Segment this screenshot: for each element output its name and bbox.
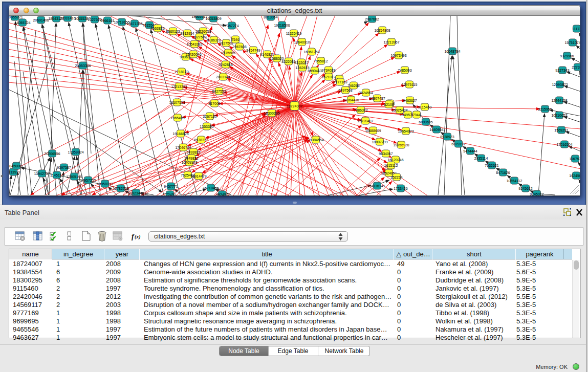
- svg-text:9474444: 9474444: [463, 149, 477, 153]
- svg-text:9827508: 9827508: [219, 41, 233, 45]
- svg-text:1621072: 1621072: [321, 75, 335, 79]
- svg-text:16671355: 16671355: [126, 22, 142, 26]
- svg-text:22420046: 22420046: [185, 53, 201, 56]
- svg-text:1640954: 1640954: [429, 128, 443, 132]
- svg-text:12213967: 12213967: [383, 40, 399, 44]
- svg-text:20055721: 20055721: [9, 16, 23, 19]
- svg-text:9463627: 9463627: [403, 99, 417, 102]
- svg-text:8322031: 8322031: [281, 60, 295, 63]
- svg-text:3267130: 3267130: [203, 115, 216, 118]
- svg-text:8990443: 8990443: [308, 69, 321, 73]
- svg-text:6899695: 6899695: [419, 120, 432, 124]
- svg-text:15751074: 15751074: [564, 41, 580, 45]
- svg-text:16120746: 16120746: [387, 158, 403, 162]
- svg-text:2718170: 2718170: [175, 70, 188, 74]
- svg-text:17046746: 17046746: [175, 146, 191, 149]
- svg-text:6966161: 6966161: [100, 19, 114, 23]
- svg-text:16107553: 16107553: [169, 101, 185, 104]
- svg-text:14136141: 14136141: [369, 184, 385, 188]
- svg-text:116753: 116753: [570, 157, 580, 161]
- svg-text:8938923: 8938923: [440, 135, 454, 139]
- svg-text:12505195: 12505195: [66, 175, 82, 179]
- svg-text:7357274: 7357274: [225, 24, 238, 28]
- svg-text:15720407: 15720407: [357, 119, 373, 123]
- svg-text:16961758: 16961758: [303, 50, 319, 54]
- svg-text:7944: 7944: [412, 113, 421, 117]
- svg-text:2087682: 2087682: [365, 17, 379, 21]
- svg-text:9242848: 9242848: [219, 63, 232, 67]
- svg-text:1615112: 1615112: [384, 164, 398, 167]
- svg-text:16648784: 16648784: [444, 50, 460, 53]
- svg-text:10688609: 10688609: [365, 129, 381, 133]
- svg-text:20031416: 20031416: [59, 16, 75, 20]
- svg-text:9834067: 9834067: [379, 152, 393, 156]
- svg-text:8322037: 8322037: [294, 61, 308, 64]
- svg-text:10654112: 10654112: [507, 179, 522, 183]
- svg-text:18807299: 18807299: [372, 140, 387, 144]
- svg-text:18300295: 18300295: [264, 112, 279, 115]
- svg-text:8660123: 8660123: [166, 30, 180, 33]
- svg-text:18226058: 18226058: [195, 30, 211, 33]
- svg-text:1327602: 1327602: [88, 18, 101, 21]
- svg-text:10210653: 10210653: [551, 114, 567, 117]
- svg-text:1569291: 1569291: [554, 128, 568, 132]
- svg-text:8450061: 8450061: [9, 164, 23, 168]
- svg-text:227343: 227343: [572, 65, 580, 69]
- svg-text:17016504: 17016504: [556, 143, 572, 146]
- svg-text:11173: 11173: [572, 27, 580, 31]
- svg-text:8427552: 8427552: [212, 90, 226, 93]
- svg-text:16914479: 16914479: [190, 174, 206, 178]
- svg-text:20364436: 20364436: [343, 98, 359, 102]
- svg-text:1733426: 1733426: [394, 187, 407, 190]
- svg-text:7485003: 7485003: [398, 69, 411, 72]
- svg-text:13942757: 13942757: [34, 172, 50, 176]
- svg-text:2967608: 2967608: [232, 45, 246, 49]
- svg-text:12213383: 12213383: [171, 85, 187, 89]
- svg-text:2803144: 2803144: [216, 75, 230, 79]
- svg-text:(x): (x): [135, 234, 141, 240]
- svg-text:10807487: 10807487: [369, 97, 385, 100]
- svg-text:1965495: 1965495: [170, 116, 184, 120]
- svg-text:9115460: 9115460: [418, 105, 432, 109]
- svg-text:9146821: 9146821: [260, 53, 274, 56]
- svg-text:6497568: 6497568: [338, 89, 352, 92]
- svg-text:3824554: 3824554: [359, 91, 373, 95]
- svg-text:12923448: 12923448: [128, 191, 144, 195]
- svg-text:7663822: 7663822: [150, 27, 164, 30]
- svg-text:1353350: 1353350: [200, 125, 213, 128]
- svg-text:3493822: 3493822: [186, 150, 200, 154]
- svg-text:8471626: 8471626: [496, 171, 510, 174]
- svg-text:11325419: 11325419: [286, 32, 302, 35]
- svg-text:9397587: 9397587: [57, 166, 71, 169]
- svg-text:12093872: 12093872: [552, 83, 568, 86]
- svg-text:8454749: 8454749: [246, 49, 260, 52]
- svg-text:18724007: 18724007: [287, 104, 302, 108]
- svg-text:7632621: 7632621: [485, 164, 498, 167]
- svg-text:8578312: 8578312: [194, 138, 208, 142]
- svg-text:19218506: 19218506: [274, 24, 290, 27]
- svg-text:1024501: 1024501: [569, 174, 580, 178]
- svg-text:10543382: 10543382: [186, 42, 202, 46]
- svg-text:252214: 252214: [390, 176, 402, 179]
- svg-text:19166825: 19166825: [172, 132, 188, 136]
- svg-text:19384554: 19384554: [308, 138, 323, 142]
- svg-text:19756928: 19756928: [393, 143, 409, 147]
- svg-text:62100: 62100: [384, 103, 394, 106]
- svg-text:9227343: 9227343: [555, 69, 569, 72]
- svg-text:13640910: 13640910: [294, 40, 310, 44]
- svg-text:6879197: 6879197: [451, 142, 465, 146]
- svg-text:9827503: 9827503: [192, 35, 206, 39]
- svg-text:2935114: 2935114: [474, 157, 488, 160]
- svg-text:15718485: 15718485: [203, 186, 219, 190]
- svg-text:9457771: 9457771: [164, 185, 178, 188]
- svg-text:10973493: 10973493: [390, 54, 406, 57]
- svg-text:16053809: 16053809: [205, 17, 221, 20]
- svg-text:10654923: 10654923: [398, 129, 413, 133]
- svg-text:1145113: 1145113: [50, 173, 63, 177]
- svg-text:8912954: 8912954: [180, 32, 194, 35]
- svg-text:8575685: 8575685: [221, 51, 235, 55]
- svg-text:7386372: 7386372: [354, 108, 367, 112]
- svg-text:16782759: 16782759: [113, 187, 128, 190]
- svg-text:746266: 746266: [347, 84, 359, 87]
- svg-text:12975115: 12975115: [402, 83, 418, 86]
